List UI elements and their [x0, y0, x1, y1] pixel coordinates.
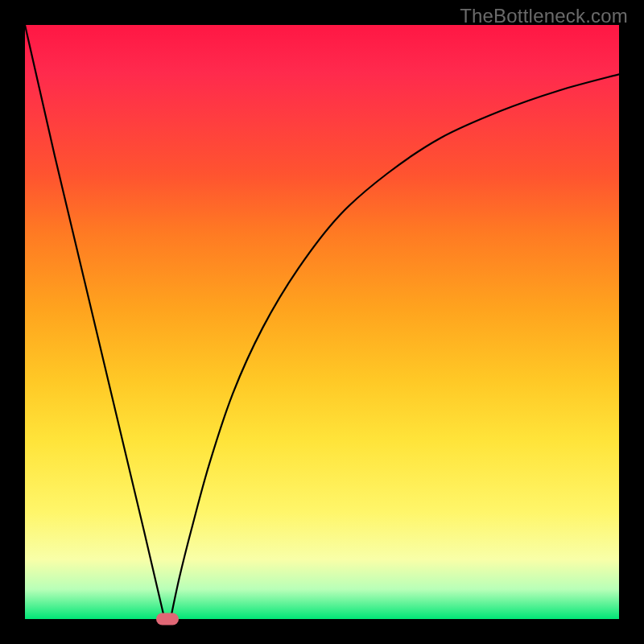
curve-svg — [25, 25, 619, 619]
right-branch-line — [171, 74, 619, 619]
plot-area — [25, 25, 619, 619]
bottleneck-marker — [156, 613, 179, 625]
watermark-text: TheBottleneck.com — [460, 5, 628, 27]
left-branch-line — [25, 25, 164, 619]
